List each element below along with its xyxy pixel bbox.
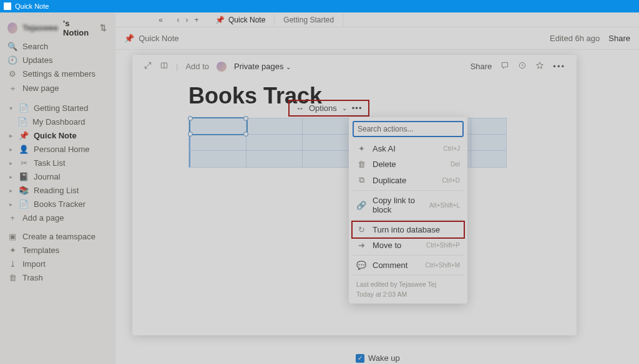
- clock-icon[interactable]: [518, 61, 527, 72]
- person-icon: 👤: [19, 145, 29, 154]
- sidebar-settings[interactable]: ⚙Settings & members: [4, 67, 112, 80]
- private-pages-dropdown[interactable]: Private pages ⌄: [234, 62, 291, 71]
- table-cell[interactable]: [246, 135, 303, 150]
- sidebar-label: Templates: [22, 246, 59, 255]
- sidebar-item-reading-list[interactable]: ▸📚Reading List: [4, 183, 112, 197]
- gear-icon: ⚙: [7, 69, 17, 79]
- todo-wake-up[interactable]: ✓ Wake up: [356, 353, 400, 363]
- page-topbar: 📌 Quick Note Edited 6h ago Share: [115, 27, 639, 50]
- new-tab-icon[interactable]: +: [194, 16, 198, 24]
- app-icon: [4, 2, 11, 10]
- sidebar-import[interactable]: ⤓Import: [4, 257, 112, 271]
- sidebar-label: Import: [22, 259, 46, 269]
- book-icon: 📓: [19, 172, 29, 181]
- sidebar-create-teamspace[interactable]: ▣Create a teamspace: [4, 229, 112, 243]
- comment-icon[interactable]: [500, 61, 509, 72]
- sidebar-search[interactable]: 🔍Search: [4, 39, 112, 53]
- options-label[interactable]: Options: [309, 103, 337, 113]
- menu-shortcut: Alt+Shift+L: [429, 202, 460, 209]
- sidebar-label: Add a page: [22, 213, 64, 223]
- menu-copy-link[interactable]: 🔗Copy link to blockAlt+Shift+L: [353, 193, 464, 218]
- workspace-suffix: 's Notion: [63, 19, 94, 37]
- sidebar-label: Journal: [34, 172, 61, 181]
- star-icon[interactable]: [535, 61, 544, 72]
- books-icon: 📚: [19, 186, 29, 195]
- block-context-menu: ✦Ask AICtrl+J 🗑DeleteDel ⧉DuplicateCtrl+…: [349, 117, 467, 304]
- table-cell[interactable]: [190, 151, 246, 167]
- scissors-icon: ✂: [19, 158, 29, 168]
- chevron-down-icon: ⌄: [286, 64, 291, 70]
- sidebar-updates-label: Updates: [22, 55, 52, 65]
- table-cell[interactable]: [246, 151, 303, 167]
- menu-delete[interactable]: 🗑DeleteDel: [353, 156, 464, 172]
- expand-icon[interactable]: [144, 61, 152, 72]
- edited-time: Edited 6h ago: [550, 34, 600, 43]
- sidebar-label: Personal Home: [34, 145, 90, 154]
- chevron-up-down-icon: ⇅: [99, 23, 108, 32]
- sidebar-label: Trash: [22, 273, 43, 282]
- menu-shortcut: Ctrl+D: [442, 177, 460, 184]
- sparkle-icon: ✦: [356, 144, 366, 153]
- trash-icon: 🗑: [7, 273, 17, 282]
- more-icon[interactable]: •••: [553, 62, 565, 71]
- drag-horizontal-icon: ↔: [296, 103, 304, 113]
- more-icon[interactable]: •••: [352, 103, 363, 113]
- document-icon: 📄: [19, 103, 29, 113]
- sidebar-item-books-tracker[interactable]: ▸📄Books Tracker: [4, 197, 112, 211]
- share-button[interactable]: Share: [608, 34, 630, 43]
- table-cell-selected[interactable]: [190, 118, 246, 134]
- teamspace-icon: ▣: [7, 232, 17, 241]
- breadcrumb[interactable]: Quick Note: [139, 34, 178, 43]
- download-icon: ⤓: [7, 259, 17, 269]
- checkbox-checked-icon[interactable]: ✓: [356, 354, 364, 363]
- table-options-pill[interactable]: ↔ Options ⌄ •••: [288, 100, 369, 117]
- plus-circle-icon: ＋: [7, 83, 17, 94]
- menu-search-input[interactable]: [353, 121, 464, 137]
- menu-duplicate[interactable]: ⧉DuplicateCtrl+D: [353, 172, 464, 188]
- menu-move-to[interactable]: ➜Move toCtrl+Shift+P: [353, 237, 464, 253]
- arrow-right-icon: ➜: [356, 241, 366, 250]
- chevron-right-icon: ▸: [7, 146, 14, 153]
- sidebar-templates[interactable]: ✦Templates: [4, 243, 112, 257]
- menu-label: Ask AI: [373, 144, 396, 153]
- sidebar-item-quick-note[interactable]: ▸📌Quick Note: [4, 128, 112, 142]
- plus-icon: +: [7, 213, 17, 223]
- sidebar-updates[interactable]: 🕘Updates: [4, 53, 112, 67]
- chevrons-left-icon[interactable]: «: [159, 16, 163, 24]
- window-title: Quick Note: [15, 2, 49, 10]
- pin-icon: 📌: [215, 16, 225, 24]
- table-cell[interactable]: [190, 135, 246, 150]
- menu-label: Duplicate: [373, 176, 406, 185]
- sidebar-item-journal[interactable]: ▸📓Journal: [4, 170, 112, 183]
- menu-comment[interactable]: 💬CommentCtrl+Shift+M: [353, 257, 464, 273]
- share-button[interactable]: Share: [471, 62, 492, 71]
- sidebar-label: My Dashboard: [32, 117, 85, 127]
- menu-label: Turn into database: [373, 225, 440, 234]
- table-cell[interactable]: [246, 118, 303, 134]
- back-icon[interactable]: ‹: [177, 16, 179, 24]
- sidebar-item-personal-home[interactable]: ▸👤Personal Home: [4, 142, 112, 156]
- sidebar-item-my-dashboard[interactable]: 📄My Dashboard: [4, 115, 112, 128]
- menu-shortcut: Ctrl+Shift+M: [425, 262, 460, 269]
- peek-page: | Add to Private pages ⌄ Share ••• Books…: [132, 55, 577, 335]
- menu-footer-time: Today at 2:03 AM: [356, 290, 460, 300]
- sidebar-trash[interactable]: 🗑Trash: [4, 271, 112, 284]
- sidebar-add-page[interactable]: +Add a page: [4, 211, 112, 224]
- workspace-switcher[interactable]: Tejaswee 's Notion ⇅: [4, 16, 112, 39]
- tab-quick-note[interactable]: 📌 Quick Note: [207, 14, 275, 26]
- workspace: ✓ Wake up | Add to Private pages ⌄ Share: [115, 50, 639, 364]
- tab-getting-started[interactable]: Getting Started: [275, 14, 343, 26]
- sidebar-item-task-list[interactable]: ▸✂Task List: [4, 156, 112, 170]
- sidebar-item-getting-started[interactable]: ▾📄Getting Started: [4, 101, 112, 115]
- forward-icon[interactable]: ›: [185, 16, 188, 24]
- peek-mode-icon[interactable]: [160, 61, 168, 72]
- window-titlebar: Quick Note: [0, 0, 639, 12]
- menu-shortcut: Ctrl+Shift+P: [426, 242, 460, 249]
- menu-ask-ai[interactable]: ✦Ask AICtrl+J: [353, 141, 464, 156]
- template-icon: ✦: [7, 246, 17, 255]
- refresh-icon: ↻: [356, 225, 366, 234]
- menu-turn-into-database[interactable]: ↻Turn into database: [353, 222, 464, 237]
- todo-label: Wake up: [368, 353, 400, 363]
- sidebar-label: Create a teamspace: [22, 232, 95, 241]
- sidebar-new-page[interactable]: ＋New page: [4, 80, 112, 96]
